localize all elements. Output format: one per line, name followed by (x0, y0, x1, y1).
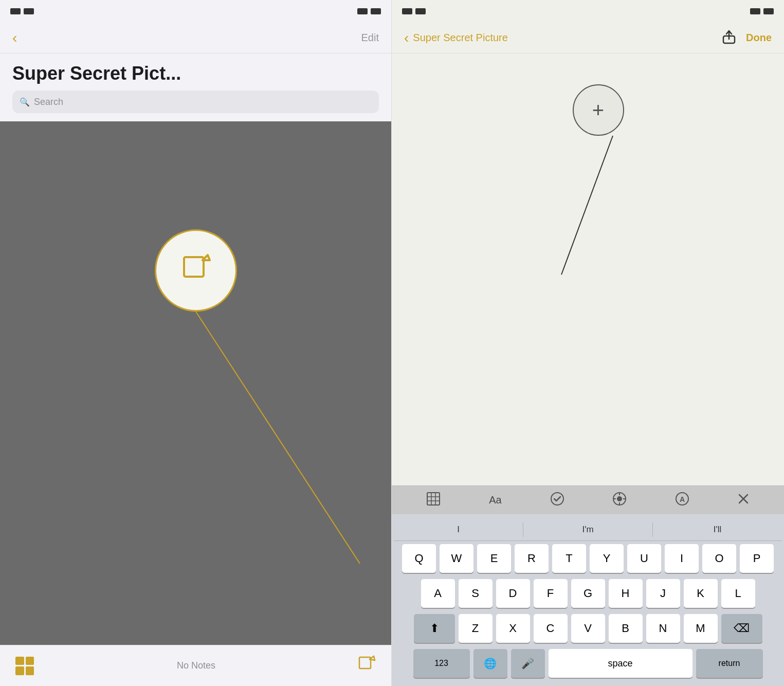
right-back-button[interactable]: ‹ (404, 30, 409, 46)
compose-icon (178, 249, 214, 293)
right-nav-title: Super Secret Picture (413, 32, 508, 44)
key-L[interactable]: L (721, 579, 755, 608)
search-icon: 🔍 (20, 97, 30, 107)
key-N[interactable]: N (646, 614, 680, 643)
key-T[interactable]: T (552, 544, 586, 573)
key-J[interactable]: J (646, 579, 680, 608)
right-status-right (750, 8, 774, 14)
annotation-line-left (0, 121, 391, 645)
key-P[interactable]: P (740, 544, 774, 573)
key-C[interactable]: C (534, 614, 568, 643)
gallery-cell-2 (26, 657, 34, 665)
key-F[interactable]: F (534, 579, 568, 608)
right-status-left (402, 8, 426, 14)
right-status-block-2 (415, 8, 426, 14)
close-toolbar-button[interactable] (738, 493, 749, 507)
key-E[interactable]: E (477, 544, 511, 573)
key-D[interactable]: D (496, 579, 530, 608)
status-block-1 (10, 8, 21, 14)
left-edit-button[interactable]: Edit (361, 32, 379, 44)
svg-rect-5 (359, 657, 371, 669)
keyboard-row-4: 123 🌐 🎤 space return (394, 649, 782, 678)
right-status-block-3 (750, 8, 760, 14)
shift-key[interactable]: ⬆ (414, 614, 455, 643)
svg-text:A: A (680, 495, 685, 503)
markup-icon[interactable]: A (676, 492, 689, 508)
autocomplete-row: I I'm I'll (394, 518, 782, 541)
key-I[interactable]: I (665, 544, 699, 573)
backspace-key[interactable]: ⌫ (721, 614, 762, 643)
status-icons-right (357, 8, 381, 14)
no-notes-label: No Notes (177, 660, 215, 671)
key-K[interactable]: K (684, 579, 718, 608)
key-Q[interactable]: Q (402, 544, 436, 573)
svg-rect-12 (427, 493, 440, 505)
autocomplete-word-2[interactable]: I'm (523, 525, 652, 535)
right-nav-left: ‹ Super Secret Picture (404, 30, 508, 46)
svg-rect-0 (184, 257, 204, 277)
key-H[interactable]: H (609, 579, 643, 608)
left-bottom-bar: No Notes (0, 645, 391, 686)
key-M[interactable]: M (684, 614, 718, 643)
status-block-2 (24, 8, 34, 14)
return-key[interactable]: return (696, 649, 763, 678)
left-status-bar (0, 0, 391, 23)
svg-line-11 (561, 136, 613, 275)
share-icon[interactable] (722, 29, 736, 47)
status-block-4 (371, 8, 381, 14)
left-panel: ‹ Edit Super Secret Pict... 🔍 Search (0, 0, 392, 686)
search-placeholder-text: Search (34, 97, 63, 107)
notes-list-area (0, 121, 391, 645)
gallery-cell-1 (15, 657, 24, 665)
numbers-key[interactable]: 123 (413, 649, 470, 678)
left-page-title: Super Secret Pict... (0, 53, 391, 91)
key-S[interactable]: S (459, 579, 493, 608)
key-Y[interactable]: Y (590, 544, 624, 573)
key-Z[interactable]: Z (459, 614, 493, 643)
status-block-3 (357, 8, 368, 14)
space-key[interactable]: space (549, 649, 692, 678)
right-status-bar (392, 0, 784, 23)
key-B[interactable]: B (609, 614, 643, 643)
key-G[interactable]: G (571, 579, 605, 608)
keyboard-row-2: A S D F G H J K L (394, 579, 782, 608)
svg-line-4 (196, 312, 360, 564)
right-status-block-4 (763, 8, 774, 14)
key-W[interactable]: W (440, 544, 473, 573)
search-bar[interactable]: 🔍 Search (12, 91, 379, 113)
keyboard-row-3: ⬆ Z X C V B N M ⌫ (394, 614, 782, 643)
svg-point-17 (551, 493, 563, 505)
autocomplete-word-3[interactable]: I'll (653, 525, 782, 535)
right-nav-right: Done (722, 29, 772, 47)
key-A[interactable]: A (421, 579, 455, 608)
key-O[interactable]: O (702, 544, 736, 573)
pen-tool-icon[interactable] (613, 492, 626, 508)
key-R[interactable]: R (515, 544, 549, 573)
autocomplete-word-1[interactable]: I (394, 525, 523, 535)
compose-button-bottom[interactable] (358, 655, 376, 676)
plus-circle[interactable]: + (573, 84, 624, 136)
keyboard-row-1: Q W E R T Y U I O P (394, 544, 782, 573)
key-U[interactable]: U (627, 544, 661, 573)
done-button[interactable]: Done (746, 32, 772, 44)
right-nav: ‹ Super Secret Picture Done (392, 23, 784, 53)
plus-icon: + (592, 100, 604, 120)
right-panel: ‹ Super Secret Picture Done + (392, 0, 784, 686)
gallery-view-icon[interactable] (15, 657, 34, 675)
table-icon[interactable] (427, 492, 440, 508)
globe-key[interactable]: 🌐 (473, 649, 507, 678)
status-icons-left (10, 8, 34, 14)
compose-circle[interactable] (155, 229, 237, 312)
gallery-cell-4 (26, 666, 34, 675)
key-X[interactable]: X (496, 614, 530, 643)
microphone-key[interactable]: 🎤 (511, 649, 545, 678)
note-content-area[interactable]: + (392, 53, 784, 485)
keyboard-container: I I'm I'll Q W E R T Y U I O P A S D F G… (392, 514, 784, 686)
checklist-icon[interactable] (551, 492, 564, 508)
format-text-button[interactable]: Aa (489, 494, 501, 506)
note-toolbar: Aa A (392, 485, 784, 514)
left-back-button[interactable]: ‹ (12, 30, 17, 46)
right-status-block-1 (402, 8, 412, 14)
svg-point-19 (617, 496, 622, 501)
key-V[interactable]: V (571, 614, 605, 643)
